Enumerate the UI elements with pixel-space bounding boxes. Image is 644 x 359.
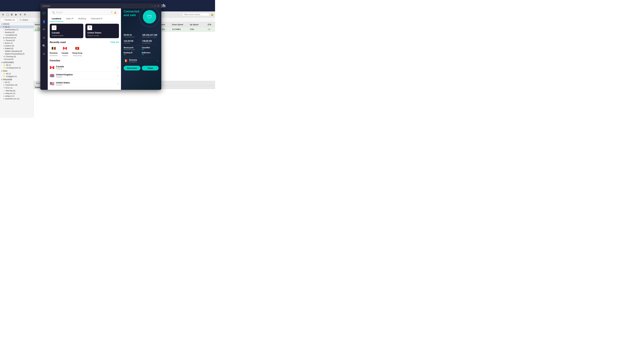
- recent-flags: 🇷🇴 Romania Bucharest 🇨🇦 Canada Fastest 🇭…: [50, 45, 119, 57]
- vpn-connected-panel: 🛡 Connectedand safe 00:00:13 Connection …: [121, 3, 161, 90]
- connected-stats: 00:00:13 Connection time 185.102.217.160…: [124, 34, 158, 44]
- vpn-eye-icon[interactable]: 👁: [41, 27, 47, 32]
- vpn-tab-multihop[interactable]: MultiHop: [76, 16, 88, 22]
- us-icon: 📍: [87, 25, 92, 30]
- feature-rotating-ip: Rotating IP On: [124, 52, 140, 56]
- sidebar-item-active[interactable]: ▾Active (1): [0, 42, 34, 44]
- location-info: Romania Bucharest: [129, 59, 155, 63]
- sidebar-item-rarbgto[interactable]: ●rarbg.to (1): [0, 95, 34, 97]
- connected-circle: 🛡: [140, 7, 160, 27]
- sidebar-item-tags-all[interactable]: 📁All (1): [0, 72, 34, 75]
- sidebar-item-downloading[interactable]: ↓Downloading (1): [0, 28, 34, 31]
- recently-used-section: Recently used Clear list: [50, 41, 119, 44]
- sidebar-item-stalled[interactable]: ▾Stalled (0): [0, 47, 34, 50]
- maximize-button[interactable]: □: [155, 5, 156, 7]
- stat-time: 00:00:13 Connection time: [124, 34, 140, 38]
- vpn-search-bar: 🔍 Search ↻ 🔔: [48, 9, 121, 16]
- torrent-peers: 0 (21): [160, 28, 172, 30]
- bell-icon[interactable]: 🔔: [114, 11, 116, 14]
- search-icon: 🔍: [52, 11, 55, 14]
- feature-noborders: NoBorders On: [142, 52, 158, 56]
- sidebar-item-rarbgme[interactable]: ●rarbg.me (1): [0, 92, 34, 95]
- vpn-tab-locations[interactable]: Locations: [50, 16, 63, 22]
- icon-pause[interactable]: ⏸: [19, 13, 22, 16]
- minimize-button[interactable]: —: [151, 5, 154, 7]
- vpn-gear-icon[interactable]: ⚙: [41, 35, 47, 40]
- canada-flag: 🇨🇦: [62, 45, 68, 51]
- tab-transfers[interactable]: ↕ Transfers (1): [1, 18, 17, 22]
- favorite-us[interactable]: 🇺🇸 United States Fastest ★: [50, 80, 119, 88]
- col-header-up: Up Speed: [190, 24, 208, 26]
- general-icon: ⚙: [36, 82, 38, 84]
- icon-folder[interactable]: 📋: [6, 13, 9, 16]
- sidebar-item-untagged[interactable]: 📁Untagged (1): [0, 75, 34, 78]
- vpn-search-input[interactable]: 🔍 Search ↻ 🔔: [50, 10, 119, 15]
- sidebar-item-stalled-downloading[interactable]: ↓Stalled Downloading (0): [0, 53, 34, 55]
- sidebar-item-trackers-all[interactable]: ●All (1): [0, 81, 34, 84]
- sidebar-item-stalled-uploading[interactable]: ↑Stalled Uploading (0): [0, 50, 34, 53]
- recent-item-hongkong[interactable]: 🇭🇰 Hong Kong Hong Kong: [72, 45, 82, 57]
- sidebar-item-inactive[interactable]: ▾Inactive (0): [0, 44, 34, 47]
- vpn-tabs: Locations Static IP MultiHop Dedicated I…: [48, 16, 121, 22]
- disconnect-button[interactable]: Disconnect: [124, 66, 140, 71]
- stat-uploaded: 110.29 KB Uploaded: [124, 40, 140, 44]
- favorites-section: Favorites: [50, 59, 119, 62]
- vpn-search-icon[interactable]: 🔍: [41, 43, 47, 49]
- lock-icon: 🔒: [210, 13, 214, 16]
- icon-delete[interactable]: 🗑: [10, 13, 14, 16]
- hongkong-flag: 🇭🇰: [74, 45, 80, 51]
- sidebar-item-resumed[interactable]: ▶Resumed (1): [0, 36, 34, 39]
- filter-input[interactable]: [182, 13, 209, 16]
- sidebar-item-trackerless[interactable]: ●Trackerless (0): [0, 84, 34, 86]
- vpn-main: 🔍 Search ↻ 🔔 Locations Static IP MultiHo…: [48, 3, 121, 90]
- trackers-header: ▾ TRACKERS: [0, 78, 34, 81]
- vpn-connect-canada[interactable]: ⚡ Canada Fastest location: [50, 24, 83, 38]
- star-us[interactable]: ★: [116, 82, 119, 85]
- vpn-content: ⚡ Canada Fastest location 📍 United State…: [48, 22, 121, 90]
- close-button[interactable]: ✕: [158, 5, 159, 7]
- recent-item-canada[interactable]: 🇨🇦 Canada Fastest: [62, 45, 68, 57]
- feature-cleanweb: CleanWeb On: [142, 47, 158, 51]
- sidebar-item-seeding[interactable]: ↑Seeding (0): [0, 31, 34, 34]
- clear-list-button[interactable]: Clear list: [110, 41, 119, 43]
- favorite-canada[interactable]: 🇨🇦 Canada Fastest ★: [50, 64, 119, 72]
- tab-search[interactable]: 🔍 Search: [17, 18, 30, 22]
- torrent-up-speed: 0 B/s: [190, 28, 208, 30]
- torrent-down-speed: 14.8 MiB/s: [172, 28, 190, 30]
- sidebar-item-uncategorized[interactable]: 📁Uncategorized (1): [0, 66, 34, 69]
- refresh-icon[interactable]: ↻: [111, 11, 112, 14]
- sidebar-item-all[interactable]: ▾All (1): [0, 25, 34, 28]
- icon-copy[interactable]: ⊕: [1, 13, 5, 16]
- connected-shield-icon: 🛡: [147, 14, 152, 20]
- recent-item-romania[interactable]: 🇷🇴 Romania Bucharest: [50, 45, 58, 57]
- pause-button[interactable]: Pause: [142, 66, 158, 71]
- star-canada[interactable]: ★: [116, 66, 119, 69]
- sidebar-item-categories-all[interactable]: 📁All (1): [0, 64, 34, 66]
- connected-circle-inner: 🛡: [143, 10, 156, 24]
- vpn-tab-dedicated-ip[interactable]: Dedicated IP: [89, 16, 104, 22]
- sidebar-item-errored[interactable]: !Errored (0): [0, 58, 34, 61]
- sidebar-item-paused[interactable]: ⏸Paused (0): [0, 39, 34, 42]
- vpn-shield-icon[interactable]: 🛡: [41, 11, 47, 16]
- location-star[interactable]: ☆: [156, 59, 158, 62]
- vpn-user-icon[interactable]: 👤: [41, 19, 47, 24]
- favorites-list: 🇨🇦 Canada Fastest ★ 🇬🇧 United Kingdom Fa…: [50, 64, 119, 88]
- sidebar-item-trackerfix[interactable]: ●trackerfix.com (1): [0, 97, 34, 100]
- connected-location: 🇷🇴 Romania Bucharest ☆: [124, 58, 158, 64]
- sidebar-item-checking[interactable]: ⚙Checking (0): [0, 55, 34, 58]
- sidebar-item-warning[interactable]: ⚠Warning (0): [0, 89, 34, 92]
- icon-play[interactable]: ▶: [14, 13, 18, 16]
- vpn-settings-icon[interactable]: ⚙: [41, 51, 47, 57]
- icon-settings[interactable]: ⚙: [23, 13, 26, 16]
- canada-fav-info: Canada Fastest: [56, 65, 115, 70]
- location-flag: 🇷🇴: [124, 59, 128, 63]
- col-header-peers: Peers: [160, 24, 172, 26]
- feature-protocol: WireGuard® Protocol in use: [124, 47, 140, 51]
- vpn-connect-us[interactable]: 📍 United States Nearest country: [85, 24, 119, 38]
- favorite-uk[interactable]: 🇬🇧 United Kingdom Fastest ★: [50, 72, 119, 80]
- star-uk[interactable]: ★: [116, 74, 119, 77]
- sidebar-item-error[interactable]: ✕Error (1): [0, 86, 34, 89]
- vpn-tab-static-ip[interactable]: Static IP: [64, 16, 76, 22]
- stat-downloaded: 749.86 KB Downloaded: [142, 40, 158, 44]
- sidebar-item-completed[interactable]: ✓Completed (0): [0, 34, 34, 36]
